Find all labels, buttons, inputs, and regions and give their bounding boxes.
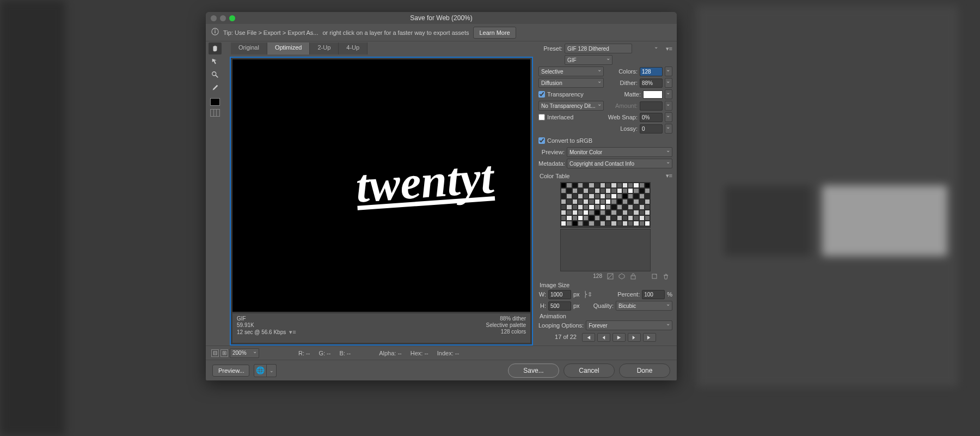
- interlaced-label: Interlaced: [547, 114, 573, 120]
- eyedropper-color-swatch[interactable]: [210, 98, 220, 106]
- learn-more-button[interactable]: Learn More: [473, 27, 516, 39]
- delete-color-icon[interactable]: [662, 272, 669, 280]
- status-hex: Hex: --: [411, 350, 428, 356]
- matte-select[interactable]: [665, 89, 672, 99]
- preset-select[interactable]: GIF 128 Dithered: [565, 44, 632, 53]
- preview-select[interactable]: Monitor Color: [567, 147, 672, 157]
- last-frame-button[interactable]: [643, 333, 656, 342]
- srgb-label: Convert to sRGB: [547, 137, 592, 144]
- matte-swatch[interactable]: [643, 90, 663, 99]
- zoom-window-icon[interactable]: [229, 15, 235, 21]
- srgb-checkbox[interactable]: [538, 137, 545, 144]
- lossy-input[interactable]: [640, 124, 663, 134]
- reduction-select[interactable]: Selective: [538, 66, 604, 76]
- save-for-web-dialog: Save for Web (200%) Tip: Use File > Expo…: [206, 12, 677, 380]
- amount-stepper: [665, 101, 672, 111]
- transparency-checkbox[interactable]: [538, 91, 545, 98]
- svg-point-1: [215, 29, 216, 31]
- titlebar: Save for Web (200%): [206, 12, 677, 24]
- preview-canvas[interactable]: twentyt: [232, 59, 530, 312]
- tab-optimized[interactable]: Optimized: [267, 43, 310, 55]
- dither-stepper[interactable]: [665, 78, 672, 88]
- amount-input: [640, 101, 663, 111]
- colors-stepper[interactable]: [665, 66, 672, 76]
- color-table-label: Color Table: [540, 173, 569, 179]
- quality-select[interactable]: Bicubic: [616, 301, 672, 311]
- tab-4up[interactable]: 4-Up: [339, 43, 367, 55]
- info-speed: 12 sec @ 56.6 Kbps: [237, 329, 286, 335]
- canvas-artwork: twentyt: [355, 161, 495, 211]
- status-b: B: --: [339, 350, 351, 356]
- preset-menu-icon[interactable]: ▾≡: [666, 45, 672, 52]
- browser-dropdown[interactable]: ⌄: [267, 364, 277, 377]
- websnap-input[interactable]: [640, 113, 663, 122]
- zoom-select[interactable]: 200%: [230, 348, 259, 358]
- zoom-out-button[interactable]: ⊟: [211, 349, 219, 357]
- color-table-menu-icon[interactable]: ▾≡: [666, 172, 672, 179]
- transparency-label: Transparency: [547, 91, 584, 98]
- info-format: GIF: [237, 316, 296, 322]
- button-bar: Preview... 🌐 ⌄ Save... Cancel Done: [206, 360, 677, 380]
- height-input[interactable]: [548, 301, 571, 311]
- tool-column: [206, 41, 224, 346]
- browser-icon[interactable]: 🌐: [254, 364, 267, 377]
- lock-color-icon[interactable]: [629, 272, 636, 280]
- prev-frame-button[interactable]: [597, 333, 610, 342]
- svg-line-6: [608, 274, 613, 279]
- zoom-tool-icon[interactable]: [209, 69, 222, 81]
- percent-input[interactable]: [642, 290, 665, 299]
- color-table-grid[interactable]: [560, 182, 651, 228]
- tip-text-1: Tip: Use File > Export > Export As...: [223, 29, 318, 36]
- toggle-slices-icon[interactable]: [210, 109, 220, 117]
- pct-label: %: [667, 291, 672, 298]
- websnap-stepper[interactable]: [665, 112, 672, 122]
- link-dimensions-icon[interactable]: ⎬⇕: [583, 291, 592, 298]
- map-transparent-icon[interactable]: [607, 272, 614, 280]
- animation-label: Animation: [540, 313, 672, 319]
- save-button[interactable]: Save...: [508, 364, 559, 378]
- done-button[interactable]: Done: [619, 364, 670, 378]
- first-frame-button[interactable]: [582, 333, 595, 342]
- metadata-select[interactable]: Copyright and Contact Info: [567, 159, 672, 168]
- svg-rect-2: [215, 31, 215, 33]
- loop-select[interactable]: Forever: [586, 320, 672, 330]
- info-palette: Selective palette: [486, 322, 526, 328]
- tip-bar: Tip: Use File > Export > Export As... or…: [206, 24, 677, 41]
- px-label-2: px: [573, 302, 580, 309]
- loop-label: Looping Options:: [538, 322, 584, 329]
- svg-rect-7: [631, 276, 635, 279]
- hand-tool-icon[interactable]: [209, 43, 222, 55]
- dither-input[interactable]: [640, 78, 663, 88]
- colors-input[interactable]: [640, 67, 663, 76]
- metadata-label: Metadata:: [538, 160, 565, 167]
- lossy-stepper[interactable]: [665, 124, 672, 134]
- websnap-label: Web Snap:: [608, 114, 638, 120]
- transparency-dither-select[interactable]: No Transparency Dit...: [538, 101, 604, 111]
- cancel-button[interactable]: Cancel: [564, 364, 615, 378]
- interlaced-checkbox[interactable]: [538, 114, 545, 120]
- preview-button[interactable]: Preview...: [212, 365, 249, 377]
- slice-select-tool-icon[interactable]: [209, 56, 222, 68]
- speed-menu-icon[interactable]: ▾≡: [289, 329, 296, 335]
- websafe-icon[interactable]: [618, 272, 625, 280]
- svg-line-4: [216, 75, 218, 77]
- h-label: H:: [538, 302, 546, 309]
- format-select[interactable]: GIF: [565, 55, 612, 65]
- color-count: 128: [593, 273, 602, 279]
- tab-original[interactable]: Original: [231, 43, 267, 55]
- dither-label: Dither:: [620, 80, 638, 86]
- close-window-icon[interactable]: [211, 15, 217, 21]
- eyedropper-tool-icon[interactable]: [209, 82, 222, 94]
- colors-label: Colors:: [618, 68, 638, 75]
- next-frame-button[interactable]: [628, 333, 641, 342]
- play-button[interactable]: [612, 333, 626, 342]
- new-color-icon[interactable]: [651, 272, 658, 280]
- status-g: G: --: [318, 350, 330, 356]
- tab-2up[interactable]: 2-Up: [310, 43, 339, 55]
- info-icon: [211, 28, 219, 38]
- minimize-window-icon[interactable]: [220, 15, 226, 21]
- tip-text-2: or right click on a layer for a faster w…: [322, 29, 469, 36]
- width-input[interactable]: [548, 290, 571, 299]
- zoom-in-button[interactable]: ⊞: [220, 349, 228, 357]
- dither-method-select[interactable]: Diffusion: [538, 78, 604, 88]
